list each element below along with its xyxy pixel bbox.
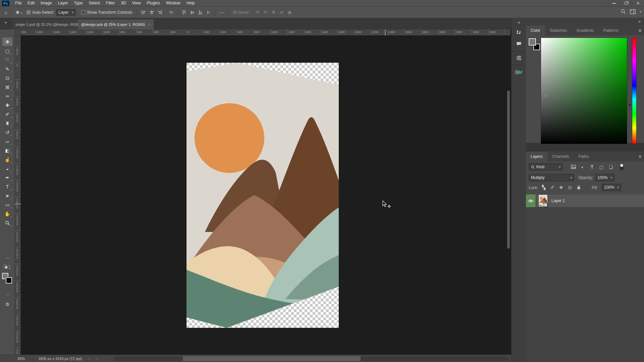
horizontal-scrollbar-track[interactable]: [114, 356, 508, 361]
tool-zoom[interactable]: [2, 219, 12, 227]
tool-brush[interactable]: ✐: [2, 110, 12, 118]
foreground-background-colors[interactable]: [0, 273, 15, 286]
tool-frame[interactable]: ⊠: [2, 83, 12, 91]
tool-smudge[interactable]: ☝: [2, 155, 12, 164]
layer-filter-dropdown[interactable]: Kind▾: [529, 163, 563, 171]
quick-mask-icon[interactable]: ◌: [2, 292, 12, 297]
saturation-brightness-field[interactable]: [541, 38, 627, 144]
tool-eraser[interactable]: ▱: [2, 137, 12, 145]
layer-name[interactable]: Layer 1: [551, 198, 565, 203]
align-top-edges-button[interactable]: [180, 9, 188, 16]
background-color-swatch[interactable]: [6, 277, 12, 284]
layer-thumbnail[interactable]: ❏: [539, 195, 547, 207]
lock-artboard-icon[interactable]: ⊡: [566, 184, 574, 191]
tool-clone-stamp[interactable]: ♜: [2, 119, 12, 127]
align-right-edges-button[interactable]: [156, 9, 164, 16]
tool-history-brush[interactable]: ↺: [2, 128, 12, 136]
tool-path-select[interactable]: ➤: [2, 191, 12, 200]
menu-edit[interactable]: Edit: [24, 0, 38, 6]
foreground-color-swatch[interactable]: [529, 38, 536, 46]
more-options-icon[interactable]: ⋯: [217, 10, 225, 15]
tool-quick-select[interactable]: ✎: [2, 65, 12, 73]
close-button[interactable]: ✕: [632, 0, 644, 6]
tab-color[interactable]: Color: [526, 25, 545, 36]
align-left-edges-button[interactable]: [140, 9, 148, 16]
move-tool-icon[interactable]: ✥ ▾: [14, 10, 24, 15]
ruler-horizontal[interactable]: 2000180016001400120010008006004002000200…: [21, 29, 511, 36]
ruler-vertical[interactable]: 2000200400600800100012001400160018002000…: [15, 36, 21, 355]
align-horizontal-centers-button[interactable]: [148, 9, 156, 16]
panel-menu-icon[interactable]: ≡: [639, 154, 641, 159]
menu-type[interactable]: Type: [71, 0, 86, 6]
tool-move[interactable]: ✥: [2, 38, 12, 46]
hue-slider-marker[interactable]: [629, 104, 631, 106]
menu-view[interactable]: View: [129, 0, 144, 6]
tab-swatches[interactable]: Swatches: [545, 25, 572, 36]
tab-close-icon[interactable]: ×: [148, 22, 150, 26]
tab-paths[interactable]: Paths: [574, 152, 594, 162]
menu-plugins[interactable]: Plugins: [144, 0, 163, 6]
blend-mode-dropdown[interactable]: Multiply▾: [529, 174, 574, 181]
distribute-horizontal-button[interactable]: [167, 9, 175, 16]
tool-dodge[interactable]: ◒: [2, 164, 12, 173]
show-transform-checkbox[interactable]: [81, 10, 85, 14]
auto-select-checkbox[interactable]: ✓: [26, 10, 31, 14]
lock-all-icon[interactable]: [575, 184, 582, 191]
home-icon[interactable]: ⌂: [3, 10, 9, 15]
horizontal-scrollbar-thumb[interactable]: [183, 356, 361, 361]
filtering-toggle[interactable]: [619, 163, 624, 171]
lock-pixels-icon[interactable]: ✐: [549, 184, 556, 191]
tab-channels[interactable]: Channels: [547, 152, 574, 162]
tool-type[interactable]: T: [2, 182, 12, 191]
restore-button[interactable]: [620, 0, 632, 6]
workspace-switcher-icon[interactable]: [630, 9, 636, 14]
comments-panel-icon[interactable]: [514, 39, 524, 49]
tool-spot-healing[interactable]: ✚: [2, 101, 12, 109]
menu-help[interactable]: Help: [183, 0, 198, 6]
filter-pixel-layers-icon[interactable]: [570, 163, 577, 171]
filter-adjustment-layers-icon[interactable]: ◐: [579, 163, 586, 171]
distribute-vertical-button[interactable]: [204, 9, 212, 16]
filter-type-layers-icon[interactable]: T: [588, 163, 596, 171]
align-bottom-edges-button[interactable]: [196, 9, 204, 16]
hue-slider[interactable]: [632, 38, 637, 144]
tool-eyedropper[interactable]: ✑: [2, 92, 12, 100]
fill-field[interactable]: 100%▾: [602, 184, 621, 191]
lock-transparency-icon[interactable]: ▚: [540, 184, 547, 191]
vertical-scrollbar[interactable]: [507, 90, 510, 249]
swap-colors-icon[interactable]: [2, 265, 12, 269]
status-next-icon[interactable]: ›: [89, 355, 90, 362]
bm-plugin-panel-icon[interactable]: BM: [514, 67, 524, 77]
chevron-down-icon[interactable]: ▾: [640, 10, 641, 13]
tab-layers[interactable]: Layers: [526, 152, 547, 162]
auto-select-target-dropdown[interactable]: Layer▾: [56, 9, 76, 16]
screen-mode-icon[interactable]: ⧉: [2, 302, 12, 307]
collapse-dock-icon[interactable]: «: [514, 19, 524, 25]
status-prev-icon[interactable]: ‹: [97, 355, 98, 362]
filter-shape-layers-icon[interactable]: ▢: [598, 163, 605, 171]
expand-panels-icon[interactable]: »: [5, 20, 7, 25]
collapse-panels-icon[interactable]: »: [638, 19, 641, 24]
history-panel-icon[interactable]: [514, 27, 524, 38]
tool-gradient[interactable]: ◧: [2, 146, 12, 155]
tool-shape[interactable]: ▭: [2, 200, 12, 209]
layer-visibility-cell[interactable]: [526, 194, 536, 207]
edit-toolbar-icon[interactable]: ⋯: [2, 255, 12, 260]
menu-select[interactable]: Select: [86, 0, 103, 6]
align-vertical-centers-button[interactable]: [188, 9, 196, 16]
minimize-button[interactable]: [608, 0, 620, 6]
menu-image[interactable]: Image: [38, 0, 55, 6]
tool-crop[interactable]: ⊡: [2, 74, 12, 82]
tab-patterns[interactable]: Patterns: [599, 25, 623, 36]
opacity-field[interactable]: 100%▾: [595, 174, 614, 181]
menu-layer[interactable]: Layer: [55, 0, 71, 6]
canvas-document[interactable]: [186, 63, 339, 328]
tab-gradients[interactable]: Gradients: [572, 25, 599, 36]
filter-smart-objects-icon[interactable]: ❏: [607, 163, 614, 171]
menu-3d[interactable]: 3D: [118, 0, 129, 6]
menu-filter[interactable]: Filter: [103, 0, 118, 6]
tool-lasso[interactable]: ➰: [2, 56, 12, 64]
properties-panel-icon[interactable]: [514, 53, 524, 63]
tool-marquee[interactable]: ▢: [2, 47, 12, 55]
lock-position-icon[interactable]: ✥: [557, 184, 565, 191]
